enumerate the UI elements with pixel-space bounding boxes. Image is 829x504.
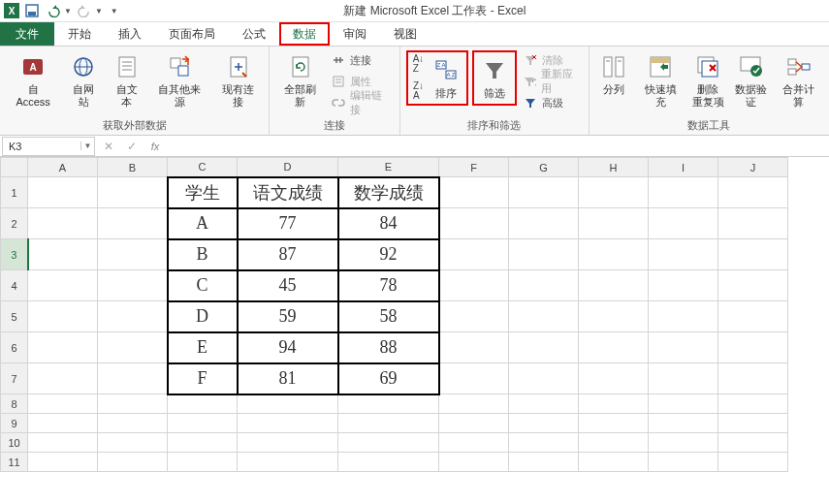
cell-J5[interactable] [718, 301, 788, 332]
cell-G6[interactable] [509, 332, 579, 363]
cell-F4[interactable] [439, 270, 509, 301]
cell-C5[interactable]: D [168, 301, 238, 332]
cell-E9[interactable] [338, 414, 439, 433]
cell-E6[interactable]: 88 [338, 332, 439, 363]
cell-B6[interactable] [98, 332, 168, 363]
cell-H4[interactable] [579, 270, 649, 301]
row-header-2[interactable]: 2 [1, 208, 28, 239]
column-header-I[interactable]: I [649, 158, 718, 177]
cell-I7[interactable] [649, 363, 718, 394]
redo-icon[interactable] [76, 2, 93, 19]
cell-C9[interactable] [168, 414, 238, 433]
cell-G11[interactable] [509, 453, 579, 472]
cell-E8[interactable] [338, 394, 439, 414]
cell-J9[interactable] [718, 414, 788, 433]
row-header-10[interactable]: 10 [1, 433, 28, 453]
from-web-button[interactable]: 自网站 [64, 50, 103, 110]
cell-I11[interactable] [649, 453, 718, 472]
advanced-filter-button[interactable]: 高级 [521, 93, 583, 112]
cell-B5[interactable] [98, 301, 168, 332]
select-all-corner[interactable] [1, 158, 28, 177]
formula-enter-icon[interactable]: ✓ [120, 140, 143, 153]
cell-E3[interactable]: 92 [338, 239, 439, 270]
cell-I5[interactable] [649, 301, 718, 332]
cell-J7[interactable] [718, 363, 788, 394]
cell-A6[interactable] [28, 332, 98, 363]
row-header-11[interactable]: 11 [1, 453, 28, 472]
cell-E11[interactable] [338, 453, 439, 472]
cell-D9[interactable] [238, 414, 338, 433]
cell-B2[interactable] [98, 208, 168, 239]
cell-C1[interactable]: 学生 [168, 177, 238, 208]
tab-page-layout[interactable]: 页面布局 [155, 22, 229, 46]
cell-C4[interactable]: C [168, 270, 238, 301]
undo-icon[interactable] [45, 2, 62, 19]
cell-G1[interactable] [509, 177, 579, 208]
cell-B8[interactable] [98, 394, 168, 414]
column-header-H[interactable]: H [579, 158, 649, 177]
flash-fill-button[interactable]: 快速填充 [636, 50, 686, 110]
cell-F6[interactable] [439, 332, 509, 363]
cell-J3[interactable] [718, 239, 788, 270]
cell-G2[interactable] [509, 208, 579, 239]
cell-E4[interactable]: 78 [338, 270, 439, 301]
tab-review[interactable]: 审阅 [330, 22, 380, 46]
cell-H5[interactable] [579, 301, 649, 332]
cell-H11[interactable] [579, 453, 649, 472]
cell-F7[interactable] [439, 363, 509, 394]
cell-G8[interactable] [509, 394, 579, 414]
cell-I2[interactable] [649, 208, 718, 239]
cell-D7[interactable]: 81 [238, 363, 338, 394]
column-header-B[interactable]: B [98, 158, 168, 177]
from-text-button[interactable]: 自文本 [107, 50, 145, 110]
cell-J6[interactable] [718, 332, 788, 363]
cell-I6[interactable] [649, 332, 718, 363]
tab-insert[interactable]: 插入 [105, 22, 155, 46]
data-validation-button[interactable]: 数据验 证 [731, 50, 770, 110]
cell-C10[interactable] [168, 433, 238, 453]
cell-J1[interactable] [718, 177, 788, 208]
cell-J2[interactable] [718, 208, 788, 239]
cell-I4[interactable] [649, 270, 718, 301]
cell-B1[interactable] [98, 177, 168, 208]
cell-E10[interactable] [338, 433, 439, 453]
cell-G5[interactable] [509, 301, 579, 332]
refresh-all-button[interactable]: 全部刷新 [275, 50, 325, 110]
cell-J11[interactable] [718, 453, 788, 472]
redo-dropdown-icon[interactable]: ▼ [95, 7, 103, 16]
undo-dropdown-icon[interactable]: ▼ [64, 7, 72, 16]
cell-F2[interactable] [439, 208, 509, 239]
cell-C7[interactable]: F [168, 363, 238, 394]
row-header-1[interactable]: 1 [1, 177, 28, 208]
cell-H10[interactable] [579, 433, 649, 453]
row-header-8[interactable]: 8 [1, 394, 28, 414]
cell-C6[interactable]: E [168, 332, 238, 363]
column-header-G[interactable]: G [509, 158, 579, 177]
tab-file[interactable]: 文件 [0, 22, 54, 46]
cell-C2[interactable]: A [168, 208, 238, 239]
existing-connections-button[interactable]: 现有连接 [213, 50, 263, 110]
cell-H9[interactable] [579, 414, 649, 433]
cell-A1[interactable] [28, 177, 98, 208]
cell-I9[interactable] [649, 414, 718, 433]
consolidate-button[interactable]: 合并计算 [774, 50, 823, 110]
cell-B9[interactable] [98, 414, 168, 433]
cell-G7[interactable] [509, 363, 579, 394]
cell-C11[interactable] [168, 453, 238, 472]
cell-F1[interactable] [439, 177, 509, 208]
column-header-A[interactable]: A [28, 158, 98, 177]
cell-A2[interactable] [28, 208, 98, 239]
cell-I8[interactable] [649, 394, 718, 414]
name-box-dropdown-icon[interactable]: ▼ [80, 142, 94, 150]
cell-B3[interactable] [98, 239, 168, 270]
cell-A7[interactable] [28, 363, 98, 394]
formula-cancel-icon[interactable]: ✕ [97, 140, 120, 153]
cell-A10[interactable] [28, 433, 98, 453]
remove-duplicates-button[interactable]: 删除 重复项 [688, 50, 727, 110]
reapply-button[interactable]: 重新应用 [521, 72, 583, 91]
cell-J4[interactable] [718, 270, 788, 301]
tab-formulas[interactable]: 公式 [229, 22, 279, 46]
sort-button[interactable]: Z AA Z 排序 [428, 54, 464, 102]
cell-F3[interactable] [439, 239, 509, 270]
cell-H1[interactable] [579, 177, 649, 208]
